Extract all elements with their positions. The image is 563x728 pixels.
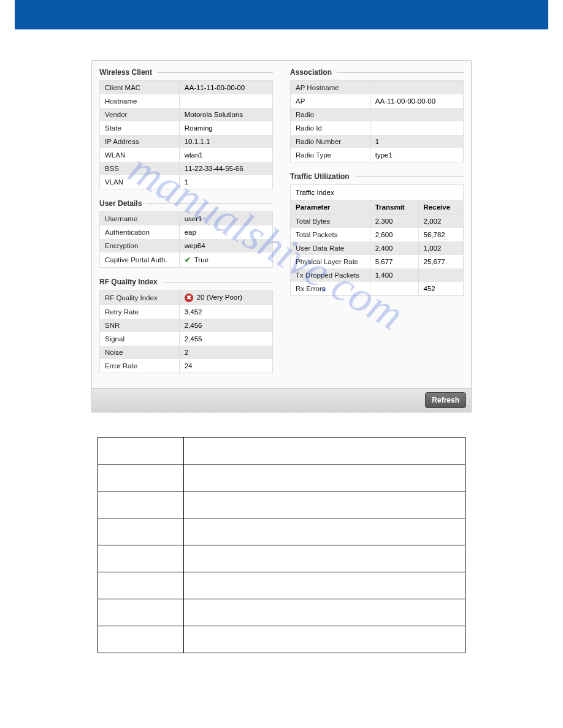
param-value: 2,456 bbox=[179, 319, 272, 332]
param-label: Retry Rate bbox=[100, 305, 180, 319]
param-value: 10.1.1.1 bbox=[179, 135, 272, 148]
def-term bbox=[98, 438, 184, 464]
traffic-cell-param: User Data Rate bbox=[291, 241, 370, 255]
param-value: AA-11-00-00-00-00 bbox=[370, 94, 463, 108]
table-row: VLAN 1 bbox=[100, 175, 273, 189]
param-value: 24 bbox=[179, 359, 272, 373]
traffic-cell-param: Total Bytes bbox=[291, 214, 370, 229]
table-row: Tx Dropped Packets1,400 bbox=[291, 268, 464, 282]
def-desc bbox=[184, 491, 465, 518]
def-term bbox=[98, 626, 184, 653]
divider bbox=[337, 72, 464, 73]
definitions-table bbox=[98, 437, 465, 653]
param-value: wlan1 bbox=[179, 148, 272, 162]
value-text: 2,455 bbox=[185, 335, 202, 343]
traffic-header-receive: Receive bbox=[418, 200, 463, 214]
param-value: 2 bbox=[179, 346, 272, 359]
table-row bbox=[98, 464, 465, 491]
value-text: 1 bbox=[375, 138, 379, 145]
value-text: True bbox=[194, 256, 209, 264]
table-row: Total Bytes2,3002,002 bbox=[291, 214, 464, 229]
traffic-cell-tx: 2,600 bbox=[370, 228, 418, 241]
wireless-client-title: Wireless Client bbox=[99, 68, 152, 77]
page-header-band bbox=[15, 0, 548, 29]
value-text: 2 bbox=[185, 349, 188, 356]
traffic-cell-rx: 452 bbox=[418, 282, 463, 296]
refresh-button[interactable]: Refresh bbox=[425, 392, 466, 408]
param-label: AP Hostname bbox=[291, 81, 370, 95]
traffic-cell-rx: 1,002 bbox=[418, 241, 463, 255]
association-table: AP HostnameAPAA-11-00-00-00-00RadioRadio… bbox=[290, 80, 464, 162]
traffic-cell-tx: 2,300 bbox=[370, 214, 418, 229]
table-row: Physical Layer Rate5,67725,677 bbox=[291, 255, 464, 268]
user-details-title: User Details bbox=[99, 199, 142, 208]
table-row bbox=[98, 438, 465, 464]
table-row: Radio bbox=[291, 108, 464, 121]
value-text: wlan1 bbox=[185, 151, 203, 159]
def-term bbox=[98, 599, 184, 626]
def-term bbox=[98, 572, 184, 599]
param-label: AP bbox=[291, 94, 370, 108]
param-value: ✖20 (Very Poor) bbox=[179, 290, 272, 306]
param-value: eap bbox=[179, 226, 272, 239]
table-row: Total Packets2,60056,782 bbox=[291, 228, 464, 241]
param-value: user1 bbox=[179, 212, 272, 226]
param-value: 1 bbox=[179, 175, 272, 189]
param-value bbox=[370, 121, 463, 135]
table-row: StateRoaming bbox=[100, 121, 273, 135]
param-label: Username bbox=[100, 212, 180, 226]
table-row: IP Address10.1.1.1 bbox=[100, 135, 273, 148]
value-text: 20 (Very Poor) bbox=[197, 294, 242, 301]
wireless-client-table: Client MACAA-11-11-00-00-00HostnameVendo… bbox=[99, 80, 273, 189]
value-text: wep64 bbox=[185, 242, 205, 249]
traffic-cell-rx bbox=[418, 268, 463, 282]
check-icon: ✔ bbox=[185, 256, 191, 264]
table-row: Hostname bbox=[100, 94, 273, 108]
value-text: AA-11-00-00-00-00 bbox=[375, 97, 435, 105]
value-text: type1 bbox=[375, 151, 393, 159]
param-label: WLAN bbox=[100, 148, 180, 162]
param-label: BSS bbox=[100, 162, 180, 175]
user-details-table: Usernameuser1AuthenticationeapEncryption… bbox=[99, 211, 273, 268]
param-value: type1 bbox=[370, 148, 463, 162]
value-text: eap bbox=[185, 229, 196, 236]
divider bbox=[157, 72, 273, 73]
param-label: Radio Id bbox=[291, 121, 370, 135]
table-row: Retry Rate3,452 bbox=[100, 305, 273, 319]
traffic-cell-tx: 1,400 bbox=[370, 268, 418, 282]
traffic-cell-rx: 2,002 bbox=[418, 214, 463, 229]
param-value: 2,455 bbox=[179, 332, 272, 346]
param-label: Client MAC bbox=[100, 81, 180, 95]
table-row: Authenticationeap bbox=[100, 226, 273, 239]
table-row bbox=[98, 518, 465, 545]
param-label: Signal bbox=[100, 332, 180, 346]
table-row: Usernameuser1 bbox=[100, 212, 273, 226]
def-desc bbox=[184, 464, 465, 491]
table-row: User Data Rate2,4001,002 bbox=[291, 241, 464, 255]
param-value: Roaming bbox=[179, 121, 272, 135]
def-desc bbox=[184, 572, 465, 599]
value-text: AA-11-11-00-00-00 bbox=[185, 84, 245, 91]
traffic-group: Traffic Utilization Traffic Index Parame… bbox=[290, 172, 464, 296]
value-text: user1 bbox=[185, 215, 202, 222]
traffic-cell-tx: 2,400 bbox=[370, 241, 418, 255]
def-desc bbox=[184, 518, 465, 545]
traffic-cell-param: Total Packets bbox=[291, 228, 370, 241]
table-row: Error Rate24 bbox=[100, 359, 273, 373]
table-row: Encryptionwep64 bbox=[100, 239, 273, 252]
traffic-cell-param: Tx Dropped Packets bbox=[291, 268, 370, 282]
table-row bbox=[98, 599, 465, 626]
table-row: Radio Typetype1 bbox=[291, 148, 464, 162]
table-row: Noise2 bbox=[100, 346, 273, 359]
table-row: VendorMotorola Solutions bbox=[100, 108, 273, 121]
param-label: Error Rate bbox=[100, 359, 180, 373]
param-value: ✔True bbox=[179, 252, 272, 268]
param-value: wep64 bbox=[179, 239, 272, 252]
user-details-group: User Details Usernameuser1Authentication… bbox=[99, 199, 273, 268]
table-row: Rx Errors452 bbox=[291, 282, 464, 296]
wireless-client-group: Wireless Client Client MACAA-11-11-00-00… bbox=[99, 68, 273, 189]
traffic-cell-rx: 56,782 bbox=[418, 228, 463, 241]
error-icon: ✖ bbox=[185, 294, 193, 302]
def-term bbox=[98, 545, 184, 572]
value-text: 11-22-33-44-55-66 bbox=[185, 165, 243, 172]
